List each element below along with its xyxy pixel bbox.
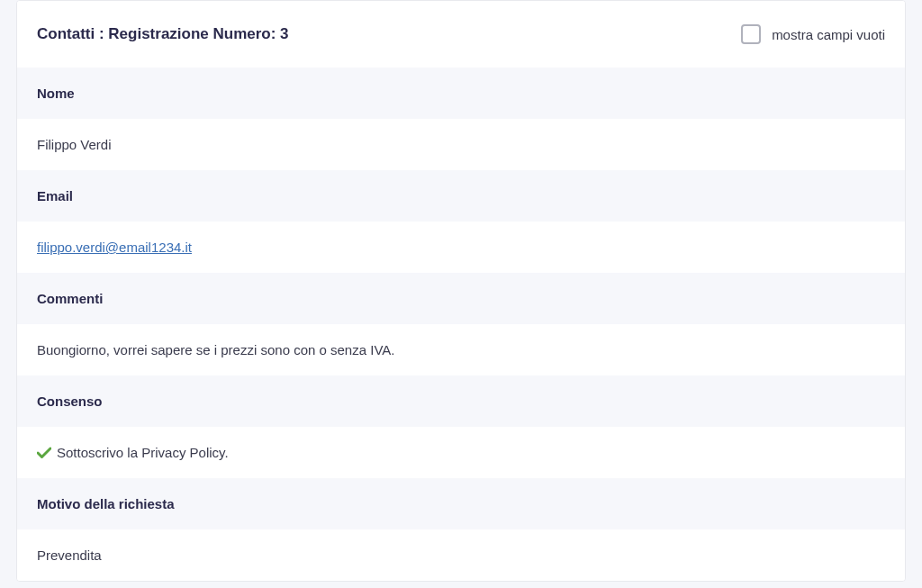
show-empty-label: mostra campi vuoti xyxy=(772,27,885,42)
field-label-name: Nome xyxy=(17,68,905,119)
field-label-consent: Consenso xyxy=(17,375,905,427)
field-value-name: Filippo Verdi xyxy=(17,119,905,170)
consent-text: Sottoscrivo la Privacy Policy. xyxy=(57,445,229,460)
email-link[interactable]: filippo.verdi@email1234.it xyxy=(37,240,192,255)
show-empty-toggle[interactable]: mostra campi vuoti xyxy=(741,24,885,44)
field-value-consent: Sottoscrivo la Privacy Policy. xyxy=(17,427,905,478)
field-label-comments: Commenti xyxy=(17,273,905,324)
page-title: Contatti : Registrazione Numero: 3 xyxy=(37,25,289,43)
field-value-email: filippo.verdi@email1234.it xyxy=(17,222,905,273)
show-empty-checkbox[interactable] xyxy=(741,24,761,44)
field-value-comments: Buongiorno, vorrei sapere se i prezzi so… xyxy=(17,324,905,375)
checkmark-icon xyxy=(37,446,51,460)
record-detail-panel: Contatti : Registrazione Numero: 3 mostr… xyxy=(16,0,906,582)
field-value-reason: Prevendita xyxy=(17,529,905,581)
panel-header: Contatti : Registrazione Numero: 3 mostr… xyxy=(17,1,905,68)
field-label-reason: Motivo della richiesta xyxy=(17,478,905,529)
field-label-email: Email xyxy=(17,170,905,222)
